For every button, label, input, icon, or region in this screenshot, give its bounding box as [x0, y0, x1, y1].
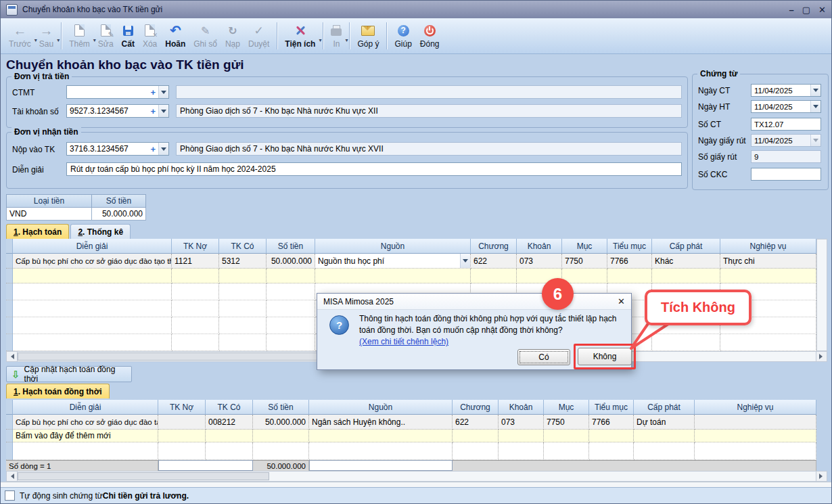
ngay-ht-datepicker[interactable]: 11/04/2025 [751, 100, 821, 113]
column-header: Khoản [517, 239, 562, 254]
toolbar-tienich-button[interactable]: ▾ Tiện ích [281, 20, 319, 52]
empty-row[interactable] [6, 442, 816, 460]
add-item-icon[interactable]: + [150, 144, 156, 154]
table-row[interactable]: Cấp bù học phí cho cơ sở giáo dục đào tạ… [6, 415, 816, 430]
so-ckc-input[interactable] [751, 168, 821, 181]
cell-dien-giai[interactable]: Cấp bù học phí cho cơ sở giáo dục đào tạ… [13, 254, 172, 269]
add-row[interactable]: Bấm vào đây để thêm mới [6, 430, 816, 442]
auto-generate-checkbox[interactable] [5, 490, 15, 501]
description-input[interactable]: Rút dự toán cấp bù học phí học kỳ II năm… [66, 162, 682, 176]
misa-dialog: MISA Mimosa 2025 ✕ Thông tin hạch toán đ… [317, 293, 632, 370]
tab-hach-toan[interactable]: 1. Hạch toán [6, 224, 69, 239]
cell-tk-no[interactable] [158, 415, 206, 430]
column-header: Số tiền [253, 400, 309, 415]
dropdown-icon[interactable] [810, 85, 821, 96]
add-row-hint[interactable]: Bấm vào đây để thêm mới [13, 430, 158, 442]
dropdown-icon[interactable] [158, 105, 168, 117]
column-header: TK Nợ [172, 239, 219, 254]
dropdown-icon[interactable] [158, 143, 168, 155]
cell-muc[interactable]: 7750 [544, 415, 589, 430]
dropdown-icon[interactable] [810, 101, 821, 112]
save-icon [123, 24, 133, 38]
cell-chuong[interactable]: 622 [453, 415, 499, 430]
column-header: TK Nợ [158, 400, 206, 415]
ngay-ct-datepicker[interactable]: 11/04/2025 [751, 84, 821, 97]
toolbar-gopy-button[interactable]: Góp ý [353, 20, 383, 52]
tab-thong-ke[interactable]: 2. Thống kê [70, 224, 131, 239]
horizontal-scrollbar-2[interactable] [6, 471, 827, 482]
back-icon: ← [13, 24, 26, 38]
cell-tk-co[interactable]: 5312 [219, 254, 267, 269]
close-icon[interactable]: ✕ [818, 5, 826, 14]
scroll-right-icon[interactable] [816, 472, 827, 481]
cell-so-tien[interactable]: 50.000.000 [253, 415, 309, 430]
update-simultaneous-button[interactable]: Cập nhật hạch toán đồng thời [6, 366, 132, 382]
no-button[interactable]: Không [578, 348, 632, 365]
row-selector-header [6, 239, 13, 254]
voucher-group-legend: Chứng từ [697, 69, 740, 78]
cell-khoan[interactable]: 073 [517, 254, 562, 269]
vertical-scrollbar[interactable] [816, 239, 827, 351]
toolbar-cat-button[interactable]: Cất [118, 20, 139, 52]
add-row[interactable] [6, 269, 816, 283]
footer-blank-field [309, 460, 453, 471]
cell-so-tien[interactable]: 50.000.000 [267, 254, 315, 269]
scroll-right-icon[interactable] [816, 352, 827, 361]
toolbar-sau-button: → ▾ Sau [35, 20, 57, 52]
currency-table: Loại tiền Số tiền VND 50.000.000 [6, 194, 146, 221]
so-ct-input[interactable]: TX12.07 [751, 118, 821, 131]
scroll-left-icon[interactable] [7, 472, 18, 481]
secondary-tabbar: 1. Hạch toán đồng thời [6, 384, 110, 398]
toolbar-hoan-button[interactable]: Hoãn [161, 20, 189, 52]
dropdown-icon[interactable] [460, 254, 470, 268]
toolbar-truoc-button: ← ▾ Trước [5, 20, 35, 52]
cell-tk-co[interactable]: 008212 [206, 415, 253, 430]
ctmt-combobox[interactable]: + [66, 85, 169, 99]
so-ckc-label: Số CKC [698, 170, 727, 179]
dropdown-icon[interactable] [158, 86, 168, 98]
window-title: Chuyển khoản kho bạc vào TK tiền gửi [22, 5, 162, 14]
cell-chuong[interactable]: 622 [471, 254, 517, 269]
ngay-giay-rut-label: Ngày giấy rút [698, 136, 746, 145]
ctmt-name-field [176, 85, 682, 99]
cell-tieu-muc[interactable]: 7766 [589, 415, 634, 430]
cell-muc[interactable]: 7750 [562, 254, 607, 269]
yes-button[interactable]: Có [517, 349, 570, 365]
maximize-icon[interactable]: ▢ [802, 5, 810, 14]
cell-cap-phat[interactable]: Khác [652, 254, 720, 269]
cell-nghiep-vu[interactable] [695, 415, 816, 430]
row-selector[interactable] [6, 254, 13, 269]
table-row[interactable]: Cấp bù học phí cho cơ sở giáo dục đào tạ… [6, 254, 816, 269]
toolbar-xoa-button: Xóa [139, 20, 161, 52]
add-item-icon[interactable]: + [150, 106, 156, 116]
currency-cell[interactable]: VND [6, 208, 92, 221]
row-selector[interactable] [6, 415, 13, 430]
minimize-icon[interactable]: – [789, 5, 794, 14]
cell-khoan[interactable]: 073 [499, 415, 544, 430]
dialog-titlebar: MISA Mimosa 2025 ✕ [317, 294, 631, 310]
amount-cell[interactable]: 50.000.000 [92, 208, 146, 221]
description-label: Diễn giải [12, 165, 44, 175]
scroll-left-icon[interactable] [7, 352, 18, 361]
cell-tieu-muc[interactable]: 7766 [607, 254, 652, 269]
toolbar-them-button: ▾ Thêm [65, 20, 94, 52]
payer-account-combobox[interactable]: 9527.3.1234567 + [66, 104, 169, 118]
cell-cap-phat[interactable]: Dự toán [634, 415, 695, 430]
cell-nguon[interactable]: Nguồn thu học phí [315, 254, 471, 269]
cell-nghiep-vu[interactable]: Thực chi [720, 254, 816, 269]
tab-hach-toan-dong-thoi[interactable]: 1. Hạch toán đồng thời [6, 384, 110, 398]
cell-dien-giai[interactable]: Cấp bù học phí cho cơ sở giáo dục đào tạ… [13, 415, 158, 430]
toolbar-dong-button[interactable]: Đóng [416, 20, 444, 52]
voucher-group: Chứng từ Ngày CT 11/04/2025 Ngày HT 11/0… [692, 74, 829, 190]
column-header: Tiểu mục [607, 239, 652, 254]
dialog-close-icon[interactable]: ✕ [618, 296, 625, 306]
scrollbar-thumb[interactable] [18, 472, 269, 480]
cell-nguon[interactable]: Ngân sách Huyện không.. [309, 415, 453, 430]
footer-blank-field [158, 460, 253, 471]
cell-tk-no[interactable]: 1121 [172, 254, 219, 269]
detail-diff-link[interactable]: (Xem chi tiết chênh lệch) [359, 336, 448, 348]
add-item-icon[interactable]: + [150, 87, 156, 97]
toolbar-giup-button[interactable]: Giúp [390, 20, 415, 52]
receiver-account-combobox[interactable]: 3716.3.1234567 + [66, 142, 169, 156]
edit-document-icon [101, 24, 111, 38]
